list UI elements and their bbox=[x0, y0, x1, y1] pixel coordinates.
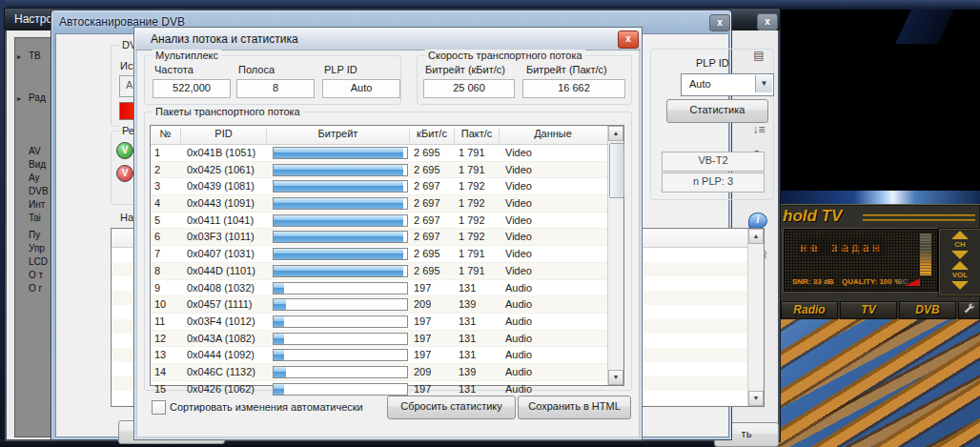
scroll-up-icon[interactable]: ▲ bbox=[748, 229, 764, 244]
row-pid: 0x0426 (1062) bbox=[187, 382, 255, 396]
wrench-icon bbox=[963, 302, 975, 315]
row-kbit: 197 bbox=[414, 315, 431, 329]
table-row[interactable]: 4 0x0443 (1091) 2 697 1 792 Video bbox=[151, 195, 607, 213]
stream-speed-group-label: Скорость транспортного потока bbox=[425, 50, 585, 61]
scroll-down-icon[interactable]: ▼ bbox=[748, 391, 764, 406]
table-row[interactable]: 1 0x041B (1051) 2 695 1 791 Video bbox=[151, 145, 607, 162]
table-row[interactable]: 9 0x0408 (1032) 197 131 Audio bbox=[151, 280, 607, 297]
table-row[interactable]: 11 0x03F4 (1012) 197 131 Audio bbox=[151, 314, 607, 331]
row-pid: 0x0411 (1041) bbox=[187, 213, 254, 228]
dialog-title: Анализ потока и статистика bbox=[151, 32, 298, 46]
row-data-type: Video bbox=[505, 247, 532, 261]
row-data-type: Audio bbox=[505, 281, 532, 295]
tv-mode-button[interactable]: TV bbox=[840, 301, 897, 319]
col-header-n[interactable]: № bbox=[151, 128, 181, 143]
multiplex-list-scrollbar[interactable]: ▲ ▼ bbox=[747, 229, 764, 406]
col-header-bitrate[interactable]: Битрейт bbox=[267, 128, 410, 143]
plp-count-field: n PLP: 3 bbox=[662, 173, 765, 193]
row-pakt: 1 791 bbox=[459, 247, 485, 261]
row-pakt: 1 791 bbox=[459, 146, 485, 160]
plp-id-label: PLP ID bbox=[696, 57, 729, 69]
table-row[interactable]: 8 0x044D (1101) 2 695 1 791 Video bbox=[151, 263, 607, 280]
row-kbit: 2 697 bbox=[414, 213, 440, 228]
autoscan-close-button[interactable]: x bbox=[709, 14, 730, 31]
table-row[interactable]: 13 0x0444 (1092) 197 131 Audio bbox=[151, 347, 607, 364]
channel-up-button[interactable] bbox=[951, 231, 969, 239]
row-number: 13 bbox=[154, 348, 166, 362]
expand-icon[interactable]: ▸ bbox=[17, 51, 21, 64]
col-header-pakt[interactable]: Пакт/с bbox=[455, 128, 500, 143]
row-bitrate-bar bbox=[273, 333, 408, 345]
table-row[interactable]: 6 0x03F3 (1011) 2 697 1 792 Video bbox=[151, 229, 607, 246]
table-row[interactable]: 5 0x0411 (1041) 2 697 1 792 Video bbox=[151, 213, 607, 230]
chevron-down-icon[interactable]: ▼ bbox=[755, 75, 772, 92]
packets-table-scrollbar[interactable]: ▲ ▼ bbox=[607, 126, 623, 385]
settings-wrench-button[interactable] bbox=[958, 301, 980, 319]
col-header-data[interactable]: Данные bbox=[500, 128, 606, 143]
table-row[interactable]: 7 0x0407 (1031) 2 695 1 791 Video bbox=[151, 246, 607, 263]
row-kbit: 197 bbox=[414, 281, 431, 295]
packets-table[interactable]: № PID Битрейт кБит/с Пакт/с Данные 1 0x0… bbox=[150, 125, 624, 386]
row-pid: 0x0439 (1081) bbox=[187, 179, 255, 193]
row-kbit: 197 bbox=[414, 382, 431, 396]
row-pid: 0x03F3 (1011) bbox=[187, 230, 255, 244]
table-row[interactable]: 2 0x0425 (1061) 2 695 1 791 Video bbox=[151, 162, 607, 179]
row-data-type: Video bbox=[505, 163, 532, 177]
channel-volume-panel: CH VOL bbox=[938, 228, 980, 296]
row-pakt: 139 bbox=[459, 297, 476, 312]
row-kbit: 197 bbox=[414, 348, 431, 362]
scroll-down-icon[interactable]: ▼ bbox=[608, 370, 623, 385]
statistics-button[interactable]: Статистика bbox=[666, 99, 768, 123]
row-number: 1 bbox=[154, 146, 160, 160]
row-bitrate-bar bbox=[273, 214, 408, 227]
band-field: 8 bbox=[236, 79, 315, 98]
row-pakt: 1 791 bbox=[459, 264, 485, 278]
row-number: 7 bbox=[154, 247, 160, 261]
row-number: 3 bbox=[154, 179, 160, 193]
dialog-close-button[interactable]: x bbox=[618, 30, 639, 49]
row-data-type: Video bbox=[505, 264, 532, 278]
multiplex-group-label: Мультиплекс bbox=[153, 50, 221, 61]
row-kbit: 2 697 bbox=[414, 230, 440, 244]
row-number: 15 bbox=[154, 382, 166, 396]
snr-label: SNR: 33 dB bbox=[792, 277, 834, 286]
row-bitrate-bar bbox=[273, 180, 408, 193]
save-html-button[interactable]: Сохранить в HTML bbox=[518, 396, 631, 419]
row-bitrate-bar bbox=[273, 231, 408, 243]
table-row[interactable]: 10 0x0457 (1111) 209 139 Audio bbox=[151, 296, 607, 314]
packets-table-body: 1 0x041B (1051) 2 695 1 791 Video 2 0x04… bbox=[151, 145, 607, 385]
info-icon[interactable]: i bbox=[748, 213, 767, 229]
row-pid: 0x046C (1132) bbox=[187, 365, 255, 379]
channel-down-button[interactable] bbox=[951, 251, 969, 259]
radio-mode-button[interactable]: Radio bbox=[781, 301, 838, 319]
row-number: 6 bbox=[154, 230, 160, 244]
volume-up-button[interactable] bbox=[951, 261, 969, 270]
row-pakt: 131 bbox=[459, 315, 476, 329]
settings-close-button[interactable]: x bbox=[757, 13, 778, 30]
col-header-kbit[interactable]: кБит/с bbox=[410, 128, 455, 143]
row-data-type: Audio bbox=[505, 315, 532, 329]
table-row[interactable]: 12 0x043A (1082) 197 131 Audio bbox=[151, 331, 607, 348]
dvb-mode-button[interactable]: DVB bbox=[899, 301, 956, 319]
sort-auto-checkbox[interactable] bbox=[152, 400, 166, 415]
reset-statistics-button[interactable]: Сбросить статистику bbox=[387, 396, 516, 419]
scroll-up-icon[interactable]: ▲ bbox=[608, 126, 623, 141]
row-bitrate-bar bbox=[273, 248, 408, 260]
row-data-type: Video bbox=[505, 213, 532, 228]
col-header-pid[interactable]: PID bbox=[181, 128, 267, 143]
row-data-type: Audio bbox=[505, 382, 532, 396]
scan-fail-icon: V bbox=[116, 165, 133, 182]
row-bitrate-bar bbox=[273, 197, 408, 210]
row-data-type: Video bbox=[505, 230, 532, 244]
scrollbar-thumb[interactable] bbox=[609, 143, 624, 198]
plp-id-combobox[interactable]: Auto ▼ bbox=[681, 73, 774, 96]
dialog-title-bar[interactable]: Анализ потока и статистика bbox=[135, 29, 641, 51]
row-bitrate-bar bbox=[273, 298, 408, 311]
row-data-type: Audio bbox=[505, 332, 532, 346]
expand-icon[interactable]: ▸ bbox=[17, 92, 21, 106]
row-number: 9 bbox=[154, 281, 160, 295]
table-row[interactable]: 3 0x0439 (1081) 2 697 1 792 Video bbox=[151, 178, 607, 195]
table-row[interactable]: 14 0x046C (1132) 209 139 Audio bbox=[151, 364, 607, 381]
row-pakt: 131 bbox=[459, 332, 476, 346]
volume-down-button[interactable] bbox=[951, 281, 969, 290]
